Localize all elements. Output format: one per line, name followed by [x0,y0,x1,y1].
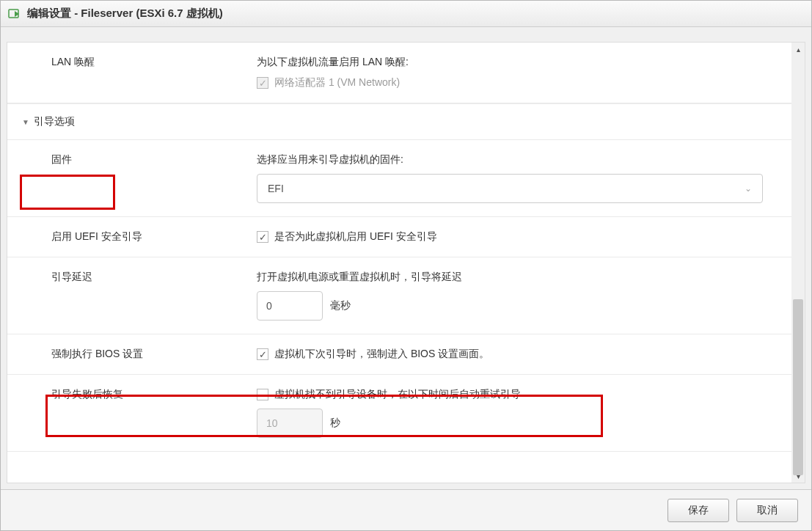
row-firmware: 固件 选择应当用来引导虚拟机的固件: EFI ⌄ [7,140,791,217]
row-boot-recovery: 引导失败后恢复 虚拟机找不到引导设备时，在以下时间后自动重试引导 秒 [7,375,791,452]
secure-boot-checkbox[interactable] [257,231,268,243]
dialog-footer: 保存 取消 [1,489,811,530]
label-secure-boot: 启用 UEFI 安全引导 [7,217,249,257]
force-bios-checkbox[interactable] [257,348,268,360]
force-bios-option: 虚拟机下次引导时，强制进入 BIOS 设置画面。 [257,348,777,361]
chevron-down-icon: ▼ [22,118,29,126]
adapter-checkbox [257,77,268,89]
value-force-bios: 虚拟机下次引导时，强制进入 BIOS 设置画面。 [249,334,791,374]
scroll-up-icon[interactable]: ▴ [793,44,803,54]
firmware-description: 选择应当用来引导虚拟机的固件: [257,153,777,166]
window-title: 编辑设置 - Fileserver (ESXi 6.7 虚拟机) [27,7,223,21]
label-boot-delay: 引导延迟 [7,257,249,334]
boot-section-toggle[interactable]: ▼ 引导选项 [7,104,249,139]
value-firmware: 选择应当用来引导虚拟机的固件: EFI ⌄ [249,140,791,216]
value-boot-recovery: 虚拟机找不到引导设备时，在以下时间后自动重试引导 秒 [249,375,791,451]
adapter-option: 网络适配器 1 (VM Network) [257,76,777,89]
firmware-select[interactable]: EFI ⌄ [257,174,763,203]
boot-recovery-unit: 秒 [330,417,340,430]
boot-recovery-option: 虚拟机找不到引导设备时，在以下时间后自动重试引导 [257,388,777,401]
boot-recovery-input-group: 秒 [257,409,777,438]
secure-boot-option: 是否为此虚拟机启用 UEFI 安全引导 [257,230,777,243]
value-boot-delay: 打开虚拟机电源或重置虚拟机时，引导将延迟 毫秒 [249,257,791,334]
secure-boot-text: 是否为此虚拟机启用 UEFI 安全引导 [274,230,437,243]
scrollbar-thumb[interactable] [793,299,803,475]
boot-delay-input-group: 毫秒 [257,291,777,321]
titlebar: 编辑设置 - Fileserver (ESXi 6.7 虚拟机) [1,1,811,27]
boot-recovery-checkbox[interactable] [257,389,268,400]
row-secure-boot: 启用 UEFI 安全引导 是否为此虚拟机启用 UEFI 安全引导 [7,217,791,257]
edit-settings-dialog: 编辑设置 - Fileserver (ESXi 6.7 虚拟机) LAN 唤醒 … [0,0,812,531]
app-icon [8,7,21,21]
label-lan-wake: LAN 唤醒 [7,43,249,103]
boot-delay-unit: 毫秒 [330,299,351,312]
row-boot-delay: 引导延迟 打开虚拟机电源或重置虚拟机时，引导将延迟 毫秒 [7,257,791,334]
row-force-bios: 强制执行 BIOS 设置 虚拟机下次引导时，强制进入 BIOS 设置画面。 [7,334,791,375]
row-boot-section: ▼ 引导选项 [7,103,791,140]
label-force-bios: 强制执行 BIOS 设置 [7,334,249,374]
boot-section-spacer [249,104,791,139]
scrollbar[interactable]: ▴ ▾ [791,43,805,483]
boot-delay-input[interactable] [257,291,323,321]
row-lan-wake: LAN 唤醒 为以下虚拟机流量启用 LAN 唤醒: 网络适配器 1 (VM Ne… [7,43,791,103]
lan-wake-description: 为以下虚拟机流量启用 LAN 唤醒: [257,56,777,69]
adapter-label: 网络适配器 1 (VM Network) [274,76,400,89]
label-firmware: 固件 [7,140,249,216]
chevron-down-icon: ⌄ [745,183,752,194]
boot-recovery-text: 虚拟机找不到引导设备时，在以下时间后自动重试引导 [274,388,521,401]
value-secure-boot: 是否为此虚拟机启用 UEFI 安全引导 [249,217,791,257]
boot-delay-description: 打开虚拟机电源或重置虚拟机时，引导将延迟 [257,271,777,284]
label-boot-recovery: 引导失败后恢复 [7,375,249,451]
firmware-selected: EFI [268,183,284,194]
boot-recovery-input [257,409,323,438]
force-bios-text: 虚拟机下次引导时，强制进入 BIOS 设置画面。 [274,348,489,361]
value-lan-wake: 为以下虚拟机流量启用 LAN 唤醒: 网络适配器 1 (VM Network) [249,43,791,103]
content-area: LAN 唤醒 为以下虚拟机流量启用 LAN 唤醒: 网络适配器 1 (VM Ne… [1,27,811,489]
boot-section-title: 引导选项 [34,115,75,128]
settings-scroll: LAN 唤醒 为以下虚拟机流量启用 LAN 唤醒: 网络适配器 1 (VM Ne… [7,42,805,483]
form-body: LAN 唤醒 为以下虚拟机流量启用 LAN 唤醒: 网络适配器 1 (VM Ne… [7,43,791,452]
save-button[interactable]: 保存 [667,499,729,522]
cancel-button[interactable]: 取消 [736,499,798,522]
